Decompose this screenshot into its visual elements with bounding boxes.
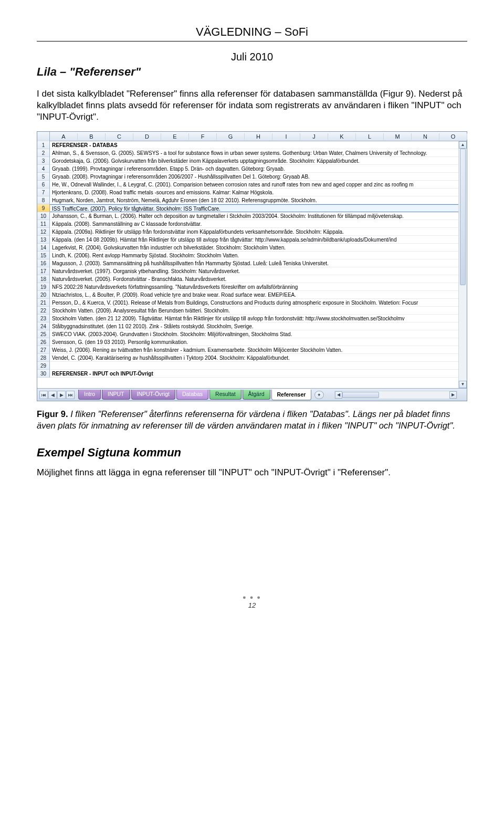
cell-content[interactable]: Persson, D., & Kuerca, V. (2001). Releas…: [50, 299, 458, 307]
row-number[interactable]: 15: [37, 252, 50, 259]
col-H[interactable]: H: [245, 133, 272, 140]
col-N[interactable]: N: [412, 133, 439, 140]
table-row[interactable]: 12Käppala. (2009a). Riktlinjer för utslä…: [37, 228, 458, 236]
table-row[interactable]: 6He, W., Odnevall Wallinder, I., & Leygr…: [37, 181, 458, 189]
vertical-scrollbar[interactable]: ▲ ▼: [458, 141, 467, 388]
cell-content[interactable]: Gryaab. (2008). Provtagningar i referens…: [50, 173, 458, 181]
row-number[interactable]: 13: [37, 236, 50, 244]
col-L[interactable]: L: [356, 133, 384, 140]
row-number[interactable]: 22: [37, 307, 50, 315]
tab-input[interactable]: INPUT: [102, 390, 130, 400]
table-row[interactable]: 10Johansson, C., & Burman, L. (2006). Ha…: [37, 212, 458, 220]
scroll-left-icon[interactable]: ◀: [335, 391, 342, 399]
table-row[interactable]: 26Svensson, G. (den 19 03 2010). Personl…: [37, 338, 458, 346]
cell-content[interactable]: Johansson, C., & Burman, L. (2006). Halt…: [50, 212, 458, 220]
table-row[interactable]: 22Stockholm Vatten. (2009). Analysresult…: [37, 307, 458, 315]
row-number[interactable]: 10: [37, 212, 50, 220]
cell-content[interactable]: REFERENSER - DATABAS: [50, 141, 458, 149]
col-G[interactable]: G: [217, 133, 245, 140]
col-I[interactable]: I: [272, 133, 300, 140]
tab-first-icon[interactable]: ⏮: [39, 391, 48, 399]
row-number[interactable]: 14: [37, 244, 50, 252]
table-row[interactable]: 3Gorodetskaja, G. (2006). Golvskurvatten…: [37, 157, 458, 165]
row-number[interactable]: 8: [37, 196, 50, 204]
row-number[interactable]: 28: [37, 354, 50, 362]
col-B[interactable]: B: [78, 133, 106, 140]
col-E[interactable]: E: [161, 133, 189, 140]
table-row[interactable]: 21Persson, D., & Kuerca, V. (2001). Rele…: [37, 299, 458, 307]
table-row[interactable]: 13Käppala. (den 14 08 2009b). Hämtat frå…: [37, 236, 458, 244]
cell-content[interactable]: SWECO VIAK. (2003-2004). Grundvatten i S…: [50, 330, 458, 338]
table-row[interactable]: 27Weiss, J. (2006). Rening av tvättvatte…: [37, 346, 458, 354]
table-row[interactable]: 30REFERENSER - INPUT och INPUT-Övrigt: [37, 370, 458, 378]
row-number[interactable]: 6: [37, 181, 50, 189]
tab-referenser[interactable]: Referenser: [271, 389, 312, 400]
row-number[interactable]: 30: [37, 370, 50, 378]
table-row[interactable]: 2Ahlman, S., & Svensson, G. (2005). SEWS…: [37, 149, 458, 157]
row-number[interactable]: 25: [37, 330, 50, 338]
cell-content[interactable]: [50, 362, 458, 370]
tab-resultat[interactable]: Resultat: [209, 390, 242, 400]
cell-content[interactable]: ISS TrafficCare. (2007). Policy för tågt…: [50, 204, 458, 212]
row-number[interactable]: 23: [37, 315, 50, 322]
select-all-corner[interactable]: [37, 132, 50, 141]
table-row[interactable]: 19NFS 2002:28 Naturvårdsverkets författn…: [37, 283, 458, 291]
row-number[interactable]: 19: [37, 283, 50, 291]
table-row[interactable]: 23Stockholm Vatten. (den 21 12 2009). Tå…: [37, 315, 458, 322]
row-number[interactable]: 1: [37, 141, 50, 149]
cell-content[interactable]: NFS 2002:28 Naturvårdsverkets författnin…: [50, 283, 458, 291]
col-M[interactable]: M: [384, 133, 412, 140]
new-sheet-icon[interactable]: ✦: [314, 391, 324, 399]
table-row[interactable]: 16Magusson, J. (2003). Sammansättning på…: [37, 259, 458, 267]
table-row[interactable]: 28Vendel, C. (2004). Karaktärisering av …: [37, 354, 458, 362]
cell-content[interactable]: Lindh, K. (2006). Rent avlopp Hammarby S…: [50, 252, 458, 259]
tab-intro[interactable]: Intro: [78, 390, 101, 400]
cell-content[interactable]: Ntziachristos, L., & Boulter, P. (2009).…: [50, 291, 458, 299]
cell-content[interactable]: Weiss, J. (2006). Rening av tvättvatten …: [50, 346, 458, 354]
row-number[interactable]: 29: [37, 362, 50, 370]
tab-prev-icon[interactable]: ◀: [48, 391, 57, 399]
table-row[interactable]: 14Lagerkvist, R. (2004). Golvskurvatten …: [37, 244, 458, 252]
cell-content[interactable]: Hugmark, Norden, Jamtrot, Norström, Neme…: [50, 196, 458, 204]
cell-content[interactable]: Stålbyggnadsinstitutet. (den 11 02 2010)…: [50, 322, 458, 330]
table-row[interactable]: 15Lindh, K. (2006). Rent avlopp Hammarby…: [37, 252, 458, 259]
col-A[interactable]: A: [50, 133, 78, 140]
row-number[interactable]: 9: [37, 204, 50, 212]
table-row[interactable]: 29: [37, 362, 458, 370]
tab-atgard[interactable]: Åtgärd: [243, 390, 270, 400]
tab-last-icon[interactable]: ⏭: [66, 391, 75, 399]
row-number[interactable]: 26: [37, 338, 50, 346]
col-K[interactable]: K: [328, 133, 356, 140]
cell-content[interactable]: Naturvårdsverket. (1997). Oorganisk ytbe…: [50, 267, 458, 275]
table-row[interactable]: 1REFERENSER - DATABAS: [37, 141, 458, 149]
col-D[interactable]: D: [133, 133, 161, 140]
tab-databas[interactable]: Databas: [176, 390, 208, 400]
row-number[interactable]: 12: [37, 228, 50, 236]
col-C[interactable]: C: [106, 133, 133, 140]
row-number[interactable]: 2: [37, 149, 50, 157]
cell-content[interactable]: Hjortenkrans, D. (2008). Road traffic me…: [50, 189, 458, 196]
cell-content[interactable]: Vendel, C. (2004). Karaktärisering av hu…: [50, 354, 458, 362]
row-number[interactable]: 3: [37, 157, 50, 165]
col-F[interactable]: F: [189, 133, 217, 140]
row-number[interactable]: 11: [37, 220, 50, 228]
scroll-thumb[interactable]: [460, 149, 466, 285]
col-J[interactable]: J: [300, 133, 328, 140]
row-number[interactable]: 20: [37, 291, 50, 299]
cell-content[interactable]: Gryaab. (1999). Provtagningar i referens…: [50, 165, 458, 173]
scroll-down-icon[interactable]: ▼: [459, 381, 467, 388]
table-row[interactable]: 8Hugmark, Norden, Jamtrot, Norström, Nem…: [37, 196, 458, 204]
cell-content[interactable]: Ahlman, S., & Svensson, G. (2005). SEWSY…: [50, 149, 458, 157]
cell-content[interactable]: Käppala. (2008). Sammanställning av C kl…: [50, 220, 458, 228]
table-row[interactable]: 17Naturvårdsverket. (1997). Oorganisk yt…: [37, 267, 458, 275]
cell-content[interactable]: Naturvårdsverket. (2005). Fordonstvättar…: [50, 275, 458, 283]
cell-content[interactable]: Gorodetskaja, G. (2006). Golvskurvatten …: [50, 157, 458, 165]
cell-content[interactable]: Käppala. (den 14 08 2009b). Hämtat från …: [50, 236, 458, 244]
cell-content[interactable]: Stockholm Vatten. (2009). Analysresultat…: [50, 307, 458, 315]
row-number[interactable]: 18: [37, 275, 50, 283]
table-row[interactable]: 20Ntziachristos, L., & Boulter, P. (2009…: [37, 291, 458, 299]
table-row[interactable]: 5Gryaab. (2008). Provtagningar i referen…: [37, 173, 458, 181]
table-row[interactable]: 24Stålbyggnadsinstitutet. (den 11 02 201…: [37, 322, 458, 330]
table-row[interactable]: 18Naturvårdsverket. (2005). Fordonstvätt…: [37, 275, 458, 283]
row-number[interactable]: 21: [37, 299, 50, 307]
